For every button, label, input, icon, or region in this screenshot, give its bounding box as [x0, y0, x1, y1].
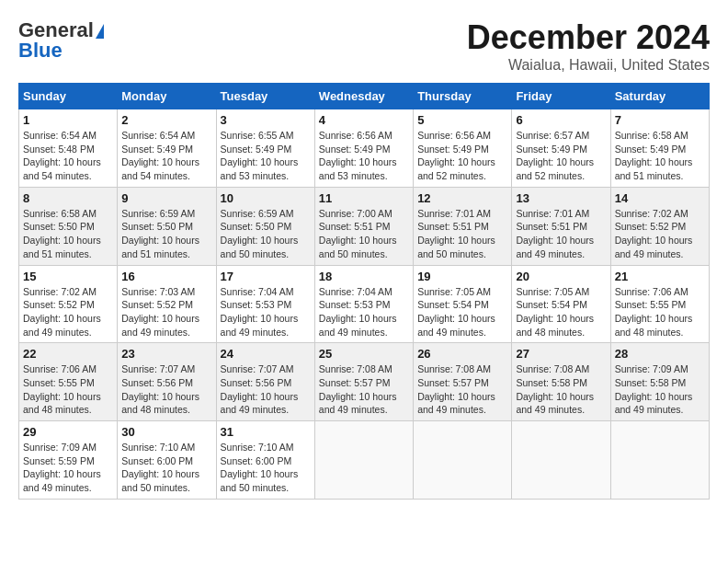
day-info: Sunrise: 6:54 AMSunset: 5:49 PMDaylight:… — [121, 129, 211, 183]
day-number: 12 — [417, 191, 507, 205]
header-wednesday: Wednesday — [314, 84, 413, 109]
day-number: 11 — [319, 191, 409, 205]
day-info: Sunrise: 6:59 AMSunset: 5:50 PMDaylight:… — [221, 207, 311, 261]
day-info: Sunrise: 6:55 AMSunset: 5:49 PMDaylight:… — [221, 129, 311, 183]
day-info: Sunrise: 7:09 AMSunset: 5:59 PMDaylight:… — [23, 441, 113, 495]
day-info: Sunrise: 7:06 AMSunset: 5:55 PMDaylight:… — [23, 362, 113, 417]
location-text: Waialua, Hawaii, United States — [467, 57, 710, 74]
calendar-cell: 2Sunrise: 6:54 AMSunset: 5:49 PMDaylight… — [118, 109, 216, 188]
calendar-cell: 19Sunrise: 7:05 AMSunset: 5:54 PMDayligh… — [414, 265, 512, 343]
day-info: Sunrise: 7:06 AMSunset: 5:55 PMDaylight:… — [615, 285, 705, 339]
calendar-cell: 15Sunrise: 7:02 AMSunset: 5:52 PMDayligh… — [19, 265, 118, 343]
day-number: 15 — [23, 270, 113, 283]
day-info: Sunrise: 7:07 AMSunset: 5:56 PMDaylight:… — [121, 362, 211, 417]
day-info: Sunrise: 6:59 AMSunset: 5:50 PMDaylight:… — [121, 207, 211, 261]
calendar-cell: 4Sunrise: 6:56 AMSunset: 5:49 PMDaylight… — [314, 109, 413, 188]
day-info: Sunrise: 6:57 AMSunset: 5:49 PMDaylight:… — [516, 129, 606, 183]
day-number: 22 — [23, 347, 113, 361]
logo: General Blue — [18, 18, 104, 63]
day-number: 6 — [516, 113, 606, 127]
day-info: Sunrise: 7:08 AMSunset: 5:57 PMDaylight:… — [417, 362, 507, 417]
calendar-cell: 14Sunrise: 7:02 AMSunset: 5:52 PMDayligh… — [610, 187, 709, 265]
calendar-cell — [414, 421, 512, 500]
day-number: 7 — [615, 113, 705, 127]
day-info: Sunrise: 7:04 AMSunset: 5:53 PMDaylight:… — [319, 285, 409, 339]
day-number: 2 — [121, 113, 211, 127]
calendar-cell: 1Sunrise: 6:54 AMSunset: 5:48 PMDaylight… — [19, 109, 118, 188]
calendar-cell: 12Sunrise: 7:01 AMSunset: 5:51 PMDayligh… — [414, 187, 512, 265]
calendar-cell: 8Sunrise: 6:58 AMSunset: 5:50 PMDaylight… — [19, 187, 118, 265]
day-number: 23 — [121, 347, 211, 361]
title-section: December 2024 Waialua, Hawaii, United St… — [467, 18, 710, 74]
day-info: Sunrise: 7:05 AMSunset: 5:54 PMDaylight:… — [516, 285, 606, 339]
day-info: Sunrise: 7:01 AMSunset: 5:51 PMDaylight:… — [516, 207, 606, 261]
logo-triangle-icon — [96, 24, 104, 39]
calendar-cell: 6Sunrise: 6:57 AMSunset: 5:49 PMDaylight… — [512, 109, 610, 188]
day-number: 1 — [23, 113, 113, 127]
logo-blue-text: Blue — [18, 39, 63, 63]
day-number: 26 — [417, 347, 507, 361]
day-number: 5 — [417, 113, 507, 127]
day-number: 19 — [417, 270, 507, 283]
day-info: Sunrise: 7:02 AMSunset: 5:52 PMDaylight:… — [23, 285, 113, 339]
calendar-cell: 26Sunrise: 7:08 AMSunset: 5:57 PMDayligh… — [414, 343, 512, 421]
day-info: Sunrise: 7:08 AMSunset: 5:57 PMDaylight:… — [319, 362, 409, 417]
header-sunday: Sunday — [19, 84, 118, 109]
calendar-cell: 7Sunrise: 6:58 AMSunset: 5:49 PMDaylight… — [610, 109, 709, 188]
header-thursday: Thursday — [414, 84, 512, 109]
calendar-cell: 23Sunrise: 7:07 AMSunset: 5:56 PMDayligh… — [118, 343, 216, 421]
calendar-week-5: 29Sunrise: 7:09 AMSunset: 5:59 PMDayligh… — [19, 421, 710, 500]
calendar-header-row: SundayMondayTuesdayWednesdayThursdayFrid… — [19, 84, 710, 109]
day-number: 24 — [221, 347, 311, 361]
calendar-cell: 11Sunrise: 7:00 AMSunset: 5:51 PMDayligh… — [314, 187, 413, 265]
day-number: 21 — [615, 270, 705, 283]
day-number: 17 — [221, 270, 311, 283]
page-header: General Blue December 2024 Waialua, Hawa… — [18, 18, 710, 74]
calendar-cell: 5Sunrise: 6:56 AMSunset: 5:49 PMDaylight… — [414, 109, 512, 188]
calendar-cell: 13Sunrise: 7:01 AMSunset: 5:51 PMDayligh… — [512, 187, 610, 265]
calendar-cell: 31Sunrise: 7:10 AMSunset: 6:00 PMDayligh… — [216, 421, 314, 500]
day-number: 8 — [23, 191, 113, 205]
calendar-cell: 27Sunrise: 7:08 AMSunset: 5:58 PMDayligh… — [512, 343, 610, 421]
day-number: 28 — [615, 347, 705, 361]
header-tuesday: Tuesday — [216, 84, 314, 109]
day-info: Sunrise: 7:09 AMSunset: 5:58 PMDaylight:… — [615, 362, 705, 417]
calendar-cell: 9Sunrise: 6:59 AMSunset: 5:50 PMDaylight… — [118, 187, 216, 265]
calendar-cell — [610, 421, 709, 500]
month-title: December 2024 — [467, 18, 710, 57]
day-number: 27 — [516, 347, 606, 361]
day-number: 3 — [221, 113, 311, 127]
day-number: 10 — [221, 191, 311, 205]
header-friday: Friday — [512, 84, 610, 109]
day-number: 4 — [319, 113, 409, 127]
calendar-cell — [314, 421, 413, 500]
day-info: Sunrise: 6:54 AMSunset: 5:48 PMDaylight:… — [23, 129, 113, 183]
calendar-cell: 28Sunrise: 7:09 AMSunset: 5:58 PMDayligh… — [610, 343, 709, 421]
day-info: Sunrise: 7:00 AMSunset: 5:51 PMDaylight:… — [319, 207, 409, 261]
calendar-cell: 21Sunrise: 7:06 AMSunset: 5:55 PMDayligh… — [610, 265, 709, 343]
calendar-cell — [512, 421, 610, 500]
calendar-cell: 16Sunrise: 7:03 AMSunset: 5:52 PMDayligh… — [118, 265, 216, 343]
day-info: Sunrise: 7:03 AMSunset: 5:52 PMDaylight:… — [121, 285, 211, 339]
calendar-cell: 29Sunrise: 7:09 AMSunset: 5:59 PMDayligh… — [19, 421, 118, 500]
calendar-cell: 20Sunrise: 7:05 AMSunset: 5:54 PMDayligh… — [512, 265, 610, 343]
calendar-table: SundayMondayTuesdayWednesdayThursdayFrid… — [18, 83, 710, 500]
day-number: 16 — [121, 270, 211, 283]
day-info: Sunrise: 7:02 AMSunset: 5:52 PMDaylight:… — [615, 207, 705, 261]
day-number: 13 — [516, 191, 606, 205]
calendar-cell: 22Sunrise: 7:06 AMSunset: 5:55 PMDayligh… — [19, 343, 118, 421]
day-info: Sunrise: 7:08 AMSunset: 5:58 PMDaylight:… — [516, 362, 606, 417]
calendar-cell: 18Sunrise: 7:04 AMSunset: 5:53 PMDayligh… — [314, 265, 413, 343]
calendar-week-2: 8Sunrise: 6:58 AMSunset: 5:50 PMDaylight… — [19, 187, 710, 265]
day-info: Sunrise: 6:56 AMSunset: 5:49 PMDaylight:… — [417, 129, 507, 183]
calendar-week-1: 1Sunrise: 6:54 AMSunset: 5:48 PMDaylight… — [19, 109, 710, 188]
calendar-cell: 10Sunrise: 6:59 AMSunset: 5:50 PMDayligh… — [216, 187, 314, 265]
calendar-week-3: 15Sunrise: 7:02 AMSunset: 5:52 PMDayligh… — [19, 265, 710, 343]
day-info: Sunrise: 7:05 AMSunset: 5:54 PMDaylight:… — [417, 285, 507, 339]
header-saturday: Saturday — [610, 84, 709, 109]
day-number: 25 — [319, 347, 409, 361]
day-number: 18 — [319, 270, 409, 283]
day-number: 9 — [121, 191, 211, 205]
day-info: Sunrise: 6:58 AMSunset: 5:50 PMDaylight:… — [23, 207, 113, 261]
day-number: 30 — [121, 425, 211, 439]
